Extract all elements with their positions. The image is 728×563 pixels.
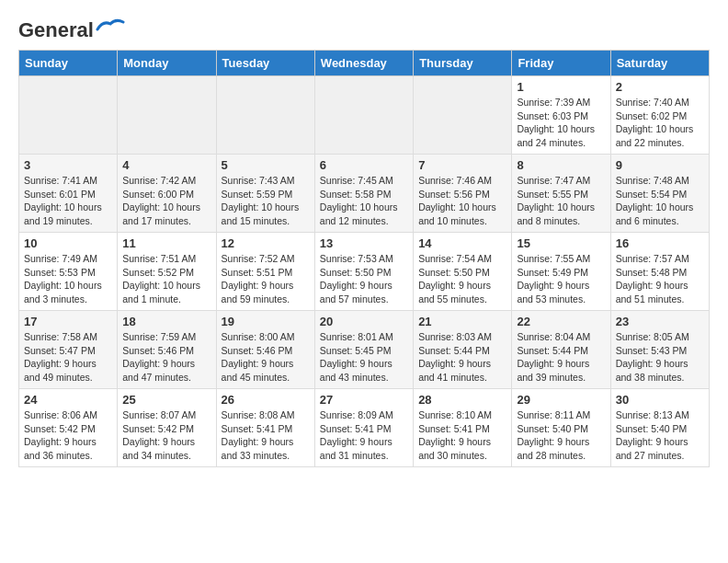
calendar-cell: [314, 76, 413, 155]
day-number: 27: [320, 393, 408, 407]
day-info: Sunrise: 7:42 AM Sunset: 6:00 PM Dayligh…: [122, 174, 210, 228]
day-number: 25: [122, 393, 210, 407]
calendar-cell: 28Sunrise: 8:10 AM Sunset: 5:41 PM Dayli…: [414, 389, 512, 467]
calendar-cell: 12Sunrise: 7:52 AM Sunset: 5:51 PM Dayli…: [216, 233, 314, 311]
day-info: Sunrise: 7:55 AM Sunset: 5:49 PM Dayligh…: [517, 252, 605, 306]
day-number: 29: [517, 393, 605, 407]
day-info: Sunrise: 8:03 AM Sunset: 5:44 PM Dayligh…: [418, 330, 506, 385]
day-number: 10: [24, 236, 112, 250]
day-info: Sunrise: 7:58 AM Sunset: 5:47 PM Dayligh…: [24, 330, 112, 385]
day-number: 26: [222, 393, 310, 407]
calendar-cell: 2Sunrise: 7:40 AM Sunset: 6:02 PM Daylig…: [610, 76, 709, 155]
day-info: Sunrise: 7:46 AM Sunset: 5:56 PM Dayligh…: [418, 174, 506, 228]
day-info: Sunrise: 8:10 AM Sunset: 5:41 PM Dayligh…: [418, 408, 506, 463]
day-number: 3: [24, 158, 112, 172]
logo: General: [18, 18, 94, 40]
day-number: 22: [517, 315, 605, 328]
calendar-header-row: SundayMondayTuesdayWednesdayThursdayFrid…: [19, 51, 710, 76]
day-number: 17: [24, 315, 112, 328]
calendar-week-row: 1Sunrise: 7:39 AM Sunset: 6:03 PM Daylig…: [19, 76, 710, 155]
day-info: Sunrise: 7:52 AM Sunset: 5:51 PM Dayligh…: [222, 252, 310, 306]
day-number: 13: [320, 236, 408, 250]
weekday-header: Friday: [512, 51, 610, 76]
calendar-cell: 26Sunrise: 8:08 AM Sunset: 5:41 PM Dayli…: [216, 389, 314, 467]
calendar-cell: 7Sunrise: 7:46 AM Sunset: 5:56 PM Daylig…: [414, 155, 512, 233]
calendar-cell: 6Sunrise: 7:45 AM Sunset: 5:58 PM Daylig…: [314, 155, 413, 233]
day-info: Sunrise: 8:01 AM Sunset: 5:45 PM Dayligh…: [320, 330, 408, 385]
day-number: 21: [418, 315, 506, 328]
calendar-cell: 24Sunrise: 8:06 AM Sunset: 5:42 PM Dayli…: [19, 389, 118, 467]
day-info: Sunrise: 8:09 AM Sunset: 5:41 PM Dayligh…: [320, 408, 408, 463]
day-number: 24: [24, 393, 112, 407]
day-number: 9: [616, 158, 704, 172]
day-info: Sunrise: 7:39 AM Sunset: 6:03 PM Dayligh…: [517, 96, 605, 150]
day-number: 8: [517, 158, 605, 172]
day-info: Sunrise: 7:54 AM Sunset: 5:50 PM Dayligh…: [418, 252, 506, 306]
calendar-cell: 14Sunrise: 7:54 AM Sunset: 5:50 PM Dayli…: [414, 233, 512, 311]
day-number: 18: [122, 315, 210, 328]
calendar-cell: [118, 76, 216, 155]
calendar-cell: 3Sunrise: 7:41 AM Sunset: 6:01 PM Daylig…: [19, 155, 118, 233]
calendar-cell: 11Sunrise: 7:51 AM Sunset: 5:52 PM Dayli…: [118, 233, 216, 311]
day-info: Sunrise: 8:07 AM Sunset: 5:42 PM Dayligh…: [122, 408, 210, 463]
calendar-cell: 16Sunrise: 7:57 AM Sunset: 5:48 PM Dayli…: [610, 233, 709, 311]
day-info: Sunrise: 8:04 AM Sunset: 5:44 PM Dayligh…: [517, 330, 605, 385]
calendar-cell: 17Sunrise: 7:58 AM Sunset: 5:47 PM Dayli…: [19, 311, 118, 389]
logo-bird-icon: [96, 17, 125, 35]
calendar-cell: 29Sunrise: 8:11 AM Sunset: 5:40 PM Dayli…: [512, 389, 610, 467]
calendar-week-row: 10Sunrise: 7:49 AM Sunset: 5:53 PM Dayli…: [19, 233, 710, 311]
calendar-cell: 22Sunrise: 8:04 AM Sunset: 5:44 PM Dayli…: [512, 311, 610, 389]
calendar-cell: 9Sunrise: 7:48 AM Sunset: 5:54 PM Daylig…: [610, 155, 709, 233]
weekday-header: Sunday: [19, 51, 118, 76]
calendar-cell: 4Sunrise: 7:42 AM Sunset: 6:00 PM Daylig…: [118, 155, 216, 233]
day-number: 6: [320, 158, 408, 172]
calendar-cell: 1Sunrise: 7:39 AM Sunset: 6:03 PM Daylig…: [512, 76, 610, 155]
day-number: 14: [418, 236, 506, 250]
day-number: 19: [222, 315, 310, 328]
calendar-cell: 23Sunrise: 8:05 AM Sunset: 5:43 PM Dayli…: [610, 311, 709, 389]
calendar-week-row: 17Sunrise: 7:58 AM Sunset: 5:47 PM Dayli…: [19, 311, 710, 389]
calendar-cell: 19Sunrise: 8:00 AM Sunset: 5:46 PM Dayli…: [216, 311, 314, 389]
calendar-cell: 20Sunrise: 8:01 AM Sunset: 5:45 PM Dayli…: [314, 311, 413, 389]
weekday-header: Wednesday: [314, 51, 413, 76]
calendar-cell: [216, 76, 314, 155]
day-info: Sunrise: 7:51 AM Sunset: 5:52 PM Dayligh…: [122, 252, 210, 306]
day-info: Sunrise: 7:41 AM Sunset: 6:01 PM Dayligh…: [24, 174, 112, 228]
day-number: 11: [122, 236, 210, 250]
day-info: Sunrise: 7:48 AM Sunset: 5:54 PM Dayligh…: [616, 174, 704, 228]
calendar-cell: [19, 76, 118, 155]
day-number: 23: [616, 315, 704, 328]
page-header: General: [18, 18, 710, 40]
day-number: 2: [616, 80, 704, 94]
day-info: Sunrise: 7:53 AM Sunset: 5:50 PM Dayligh…: [320, 252, 408, 306]
calendar-cell: 21Sunrise: 8:03 AM Sunset: 5:44 PM Dayli…: [414, 311, 512, 389]
day-info: Sunrise: 8:08 AM Sunset: 5:41 PM Dayligh…: [222, 408, 310, 463]
day-info: Sunrise: 7:57 AM Sunset: 5:48 PM Dayligh…: [616, 252, 704, 306]
day-info: Sunrise: 7:45 AM Sunset: 5:58 PM Dayligh…: [320, 174, 408, 228]
calendar-cell: 8Sunrise: 7:47 AM Sunset: 5:55 PM Daylig…: [512, 155, 610, 233]
calendar-table: SundayMondayTuesdayWednesdayThursdayFrid…: [18, 50, 710, 467]
day-info: Sunrise: 7:43 AM Sunset: 5:59 PM Dayligh…: [222, 174, 310, 228]
day-info: Sunrise: 7:59 AM Sunset: 5:46 PM Dayligh…: [122, 330, 210, 385]
calendar-cell: 13Sunrise: 7:53 AM Sunset: 5:50 PM Dayli…: [314, 233, 413, 311]
day-info: Sunrise: 8:06 AM Sunset: 5:42 PM Dayligh…: [24, 408, 112, 463]
day-number: 4: [122, 158, 210, 172]
day-info: Sunrise: 8:00 AM Sunset: 5:46 PM Dayligh…: [222, 330, 310, 385]
calendar-cell: 10Sunrise: 7:49 AM Sunset: 5:53 PM Dayli…: [19, 233, 118, 311]
calendar-week-row: 24Sunrise: 8:06 AM Sunset: 5:42 PM Dayli…: [19, 389, 710, 467]
day-info: Sunrise: 8:05 AM Sunset: 5:43 PM Dayligh…: [616, 330, 704, 385]
day-info: Sunrise: 8:11 AM Sunset: 5:40 PM Dayligh…: [517, 408, 605, 463]
day-number: 15: [517, 236, 605, 250]
weekday-header: Monday: [118, 51, 216, 76]
day-info: Sunrise: 8:13 AM Sunset: 5:40 PM Dayligh…: [616, 408, 704, 463]
day-info: Sunrise: 7:49 AM Sunset: 5:53 PM Dayligh…: [24, 252, 112, 306]
calendar-cell: [414, 76, 512, 155]
day-info: Sunrise: 7:47 AM Sunset: 5:55 PM Dayligh…: [517, 174, 605, 228]
day-number: 16: [616, 236, 704, 250]
logo-general: General: [18, 18, 94, 41]
day-number: 5: [222, 158, 310, 172]
calendar-cell: 25Sunrise: 8:07 AM Sunset: 5:42 PM Dayli…: [118, 389, 216, 467]
day-number: 20: [320, 315, 408, 328]
day-number: 7: [418, 158, 506, 172]
calendar-week-row: 3Sunrise: 7:41 AM Sunset: 6:01 PM Daylig…: [19, 155, 710, 233]
